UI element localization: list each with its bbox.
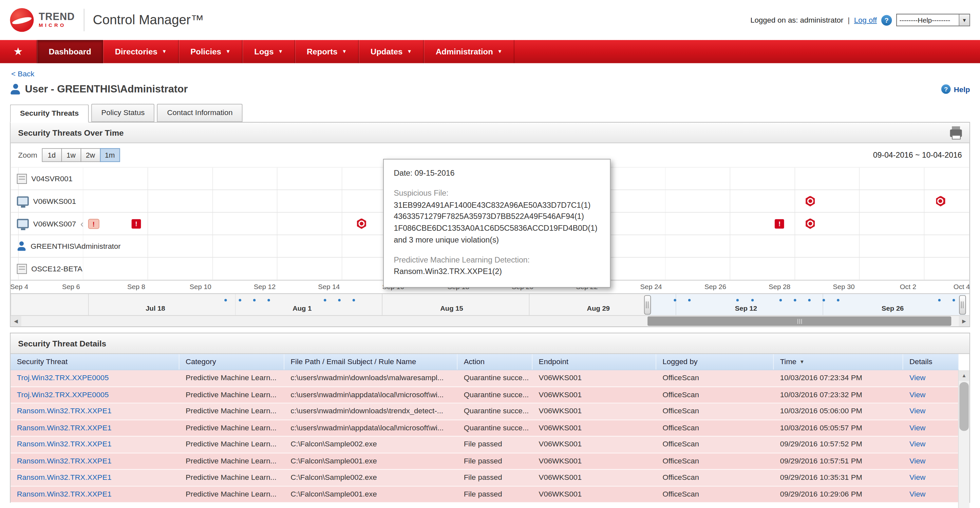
- col-time-label: Time: [780, 354, 796, 370]
- col-file-path[interactable]: File Path / Email Subject / Rule Name: [284, 354, 458, 370]
- alert-icon[interactable]: [132, 219, 141, 228]
- axis-date-label: Sep 6: [62, 283, 80, 291]
- virus-detection-icon[interactable]: [935, 196, 946, 206]
- endpoint-cell: V06WKS001: [533, 470, 656, 486]
- nav-item[interactable]: Policies: [178, 40, 242, 63]
- view-details-link[interactable]: View: [903, 420, 959, 436]
- tab[interactable]: Policy Status: [91, 104, 154, 122]
- threat-name-link[interactable]: Ransom.Win32.TRX.XXPE1: [11, 470, 179, 486]
- tooltip-date: Date: 09-15-2016: [394, 168, 600, 179]
- view-details-link[interactable]: View: [903, 403, 959, 420]
- event-dot: [353, 299, 355, 302]
- view-details-link[interactable]: View: [903, 387, 959, 403]
- endpoint-cell: V06WKS001: [533, 420, 656, 436]
- nav-item[interactable]: Directories: [103, 40, 179, 63]
- axis-date-label: Oct 4: [953, 283, 970, 291]
- col-action[interactable]: Action: [458, 354, 533, 370]
- page-help[interactable]: Help: [941, 85, 970, 94]
- threat-name-link[interactable]: Ransom.Win32.TRX.XXPE1: [11, 486, 179, 502]
- help-select[interactable]: --------Help--------: [896, 14, 970, 26]
- zoom-option-button[interactable]: 1d: [41, 148, 62, 162]
- zoom-option-button[interactable]: 2w: [81, 148, 100, 162]
- print-icon[interactable]: [950, 129, 962, 137]
- main-nav: Dashboard Directories Policies Logs: [0, 40, 980, 63]
- axis-date-label: Sep 14: [318, 283, 340, 291]
- scroll-up-arrow-icon[interactable]: [959, 371, 969, 381]
- col-logged-by[interactable]: Logged by: [656, 354, 774, 370]
- favorites-star-tab[interactable]: [0, 40, 37, 63]
- action-cell: File passed: [458, 453, 533, 469]
- event-dot: [324, 299, 326, 302]
- tab-label: Security Threats: [20, 109, 79, 118]
- details-panel-header: Security Threat Details: [11, 333, 969, 354]
- alert-icon[interactable]: [775, 219, 784, 228]
- help-circle-icon[interactable]: [881, 15, 892, 25]
- endpoint-cell: V06WKS001: [533, 486, 656, 502]
- vertical-scrollbar[interactable]: [958, 371, 969, 508]
- app-window: TREND MICRO Control Manager™ Logged on a…: [0, 0, 980, 508]
- view-details-link[interactable]: View: [903, 453, 959, 469]
- tab[interactable]: Security Threats: [10, 105, 89, 123]
- threat-name-link[interactable]: Troj.Win32.TRX.XXPE0005: [11, 387, 179, 403]
- view-details-link[interactable]: View: [903, 436, 959, 453]
- log-off-link[interactable]: Log off: [854, 16, 877, 25]
- col-endpoint[interactable]: Endpoint: [533, 354, 656, 370]
- col-time[interactable]: Time: [774, 354, 903, 370]
- help-link[interactable]: Help: [954, 85, 970, 94]
- event-dot: [224, 299, 227, 302]
- timeline-row-label: OSCE12-BETA: [31, 264, 82, 273]
- range-handle-left[interactable]: [644, 295, 651, 315]
- scroll-right-arrow-icon[interactable]: [959, 316, 969, 326]
- zoom-option-button[interactable]: 1w: [61, 148, 81, 162]
- threat-name-link[interactable]: Troj.Win32.TRX.XXPE0005: [11, 371, 179, 387]
- scroll-left-arrow-icon[interactable]: [11, 316, 21, 326]
- col-details[interactable]: Details: [903, 354, 959, 370]
- vertical-scroll-thumb[interactable]: [959, 382, 969, 431]
- horizontal-scroll-thumb[interactable]: [647, 316, 951, 326]
- chevron-left-icon[interactable]: [81, 219, 84, 228]
- user-icon: [10, 84, 21, 94]
- file-path-cell: C:\Falcon\Sample002.exe: [284, 470, 458, 486]
- range-unselected: [11, 294, 647, 315]
- page-title: User - GREENTHIS\Administrator: [25, 83, 188, 95]
- table-header-row: Security Threat Category File Path / Ema…: [11, 354, 959, 371]
- col-security-threat[interactable]: Security Threat: [11, 354, 179, 370]
- time-cell: 10/03/2016 07:23:32 PM: [774, 387, 903, 403]
- view-details-link[interactable]: View: [903, 371, 959, 387]
- nav-item[interactable]: Updates: [359, 40, 424, 63]
- horizontal-scrollbar[interactable]: [11, 315, 969, 326]
- virus-detection-icon[interactable]: [805, 218, 815, 229]
- threat-name-link[interactable]: Ransom.Win32.TRX.XXPE1: [11, 436, 179, 453]
- logged-by-cell: OfficeScan: [656, 486, 774, 502]
- table-row: Ransom.Win32.TRX.XXPE1 Predictive Machin…: [11, 486, 959, 503]
- virus-detection-icon[interactable]: [356, 218, 367, 229]
- details-title: Security Threat Details: [18, 339, 106, 348]
- axis-date-label: Sep 4: [10, 283, 28, 291]
- threat-name-link[interactable]: Ransom.Win32.TRX.XXPE1: [11, 403, 179, 420]
- event-dot: [751, 299, 754, 302]
- threat-name-link[interactable]: Ransom.Win32.TRX.XXPE1: [11, 453, 179, 469]
- threat-name-link[interactable]: Ransom.Win32.TRX.XXPE1: [11, 420, 179, 436]
- zoom-option-button[interactable]: 1m: [100, 148, 120, 162]
- page-title-row: User - GREENTHIS\Administrator Help: [0, 78, 980, 95]
- nav-item[interactable]: Logs: [242, 40, 295, 63]
- tab[interactable]: Contact Information: [157, 104, 243, 122]
- table-row: Ransom.Win32.TRX.XXPE1 Predictive Machin…: [11, 453, 959, 470]
- overflow-alert-icon[interactable]: [88, 219, 99, 229]
- time-cell: 09/29/2016 10:29:06 PM: [774, 486, 903, 502]
- col-category[interactable]: Category: [180, 354, 285, 370]
- virus-detection-icon[interactable]: [805, 196, 815, 206]
- nav-item[interactable]: Administration: [424, 40, 514, 63]
- nav-item[interactable]: Reports: [295, 40, 359, 63]
- endpoint-cell: V06WKS001: [533, 371, 656, 387]
- range-handle-right[interactable]: [959, 295, 966, 315]
- server-icon: [17, 264, 27, 274]
- chevron-down-icon: [407, 49, 412, 54]
- back-link[interactable]: < Back: [11, 69, 34, 78]
- endpoint-cell: V06WKS001: [533, 436, 656, 453]
- view-details-link[interactable]: View: [903, 486, 959, 502]
- range-selector[interactable]: Jul 18 Aug 1 Aug 15 Aug 29 Sep 12 Sep 26: [11, 293, 969, 315]
- nav-item[interactable]: Dashboard: [37, 40, 103, 63]
- action-cell: Quarantine succe...: [458, 387, 533, 403]
- view-details-link[interactable]: View: [903, 470, 959, 486]
